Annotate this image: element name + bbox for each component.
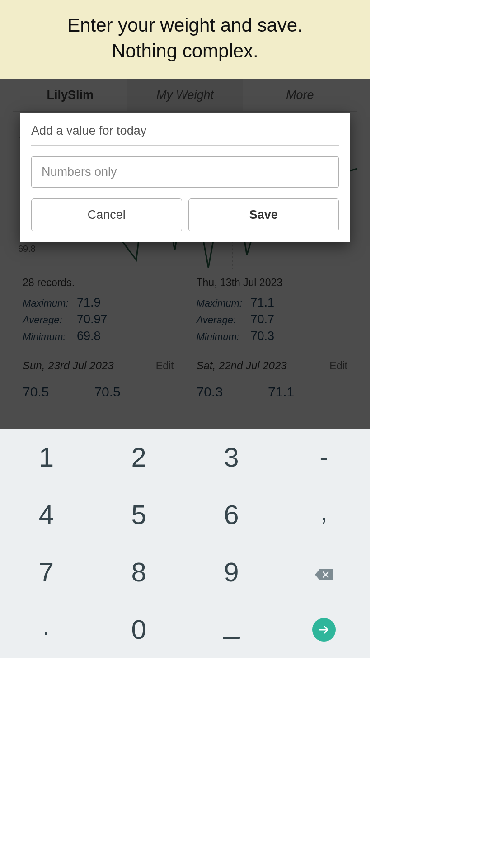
backspace-icon [315, 557, 333, 588]
key-8[interactable]: 8 [93, 543, 185, 601]
key-comma[interactable]: , [277, 486, 370, 543]
banner-line-1: Enter your weight and save. [9, 13, 361, 38]
key-dot[interactable]: . [0, 601, 93, 658]
key-submit[interactable] [277, 601, 370, 658]
cancel-button[interactable]: Cancel [31, 198, 182, 231]
key-3[interactable]: 3 [185, 429, 278, 486]
numeric-keypad: 1 2 3 - 4 5 6 , 7 8 9 . 0 [0, 429, 370, 658]
key-1[interactable]: 1 [0, 429, 93, 486]
key-backspace[interactable] [277, 543, 370, 601]
key-5[interactable]: 5 [93, 486, 185, 543]
instruction-banner: Enter your weight and save. Nothing comp… [0, 0, 370, 82]
banner-line-2: Nothing complex. [9, 38, 361, 64]
add-value-modal: Add a value for today Cancel Save [20, 113, 350, 242]
key-space[interactable] [185, 601, 278, 658]
key-dash[interactable]: - [277, 429, 370, 486]
submit-arrow-icon [312, 618, 336, 642]
space-icon [223, 637, 240, 639]
weight-input[interactable] [31, 156, 339, 188]
key-9[interactable]: 9 [185, 543, 278, 601]
save-button[interactable]: Save [188, 198, 339, 231]
key-4[interactable]: 4 [0, 486, 93, 543]
key-2[interactable]: 2 [93, 429, 185, 486]
key-7[interactable]: 7 [0, 543, 93, 601]
key-6[interactable]: 6 [185, 486, 278, 543]
modal-title: Add a value for today [31, 124, 339, 146]
key-0[interactable]: 0 [93, 601, 185, 658]
